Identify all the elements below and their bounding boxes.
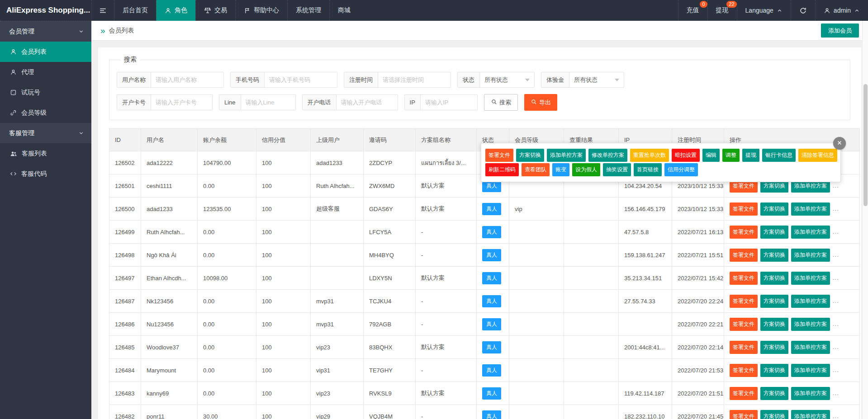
row-action-button[interactable]: 签署文件 <box>730 249 758 262</box>
row-action-button[interactable]: 方案切换 <box>760 249 788 262</box>
popup-action-button[interactable]: 暗扣设置 <box>672 149 700 162</box>
row-action-button[interactable]: 签署文件 <box>730 295 758 308</box>
sidebar-item-trial-account[interactable]: 试玩号 <box>0 82 91 103</box>
vertical-scrollbar[interactable] <box>862 21 868 419</box>
topbar-menu-help[interactable]: 帮助中心 <box>235 0 287 21</box>
search-row1-select-4[interactable]: 所有状态 <box>569 72 624 87</box>
row-action-button[interactable]: 添加单控方案 <box>791 272 830 285</box>
more-actions-button[interactable]: ... <box>833 413 839 419</box>
language-dropdown[interactable]: Language <box>737 0 791 21</box>
row-action-button[interactable]: 签署文件 <box>730 410 758 419</box>
popup-action-button[interactable]: 设为假人 <box>572 163 600 176</box>
more-actions-button[interactable]: ... <box>833 367 839 373</box>
export-button[interactable]: 导出 <box>524 94 557 111</box>
row-action-button[interactable]: 方案切换 <box>760 202 788 216</box>
row-action-button[interactable]: 方案切换 <box>760 318 788 331</box>
status-badge[interactable]: 真人 <box>482 364 501 377</box>
row-action-button[interactable]: 签署文件 <box>730 387 758 400</box>
popup-action-button[interactable]: 信用分调整 <box>664 163 698 176</box>
refresh-button[interactable] <box>791 0 815 21</box>
row-action-button[interactable]: 方案切换 <box>760 226 788 239</box>
topbar-menu-system[interactable]: 系统管理 <box>287 0 329 21</box>
search-row1-input-1[interactable] <box>265 72 337 87</box>
row-action-button[interactable]: 方案切换 <box>760 410 788 419</box>
topbar-menu-mall[interactable]: 商城 <box>329 0 359 21</box>
row-action-button[interactable]: 方案切换 <box>760 341 788 354</box>
popup-close-button[interactable] <box>833 137 846 150</box>
status-badge[interactable]: 真人 <box>482 387 501 400</box>
popup-action-button[interactable]: 添加单控方案 <box>547 149 586 162</box>
status-badge[interactable]: 真人 <box>482 410 501 419</box>
topbar-menu-trade[interactable]: 交易 <box>195 0 235 21</box>
sidebar-item-service-list[interactable]: 客服列表 <box>0 143 91 164</box>
row-action-button[interactable]: 添加单控方案 <box>791 226 830 239</box>
popup-action-button[interactable]: 调整 <box>722 149 740 162</box>
popup-action-button[interactable]: 修改单控方案 <box>588 149 627 162</box>
row-action-button[interactable]: 签署文件 <box>730 341 758 354</box>
search-row2-input-0[interactable] <box>151 95 212 110</box>
more-actions-button[interactable]: ... <box>833 390 839 396</box>
status-badge[interactable]: 真人 <box>482 203 501 215</box>
popup-action-button[interactable]: 刷新二维码 <box>485 163 519 176</box>
more-actions-button[interactable]: ... <box>833 205 839 212</box>
popup-action-button[interactable]: 账变 <box>552 163 569 176</box>
row-action-button[interactable]: 签署文件 <box>730 364 758 377</box>
popup-action-button[interactable]: 方案切换 <box>516 149 544 162</box>
scrollbar-thumb[interactable] <box>863 84 868 206</box>
row-action-button[interactable]: 方案切换 <box>760 387 788 400</box>
search-row2-input-2[interactable] <box>337 95 398 110</box>
sidebar-group-0[interactable]: 会员管理 <box>0 21 91 42</box>
status-badge[interactable]: 真人 <box>482 295 501 307</box>
search-row2-input-1[interactable] <box>241 95 295 110</box>
popup-action-button[interactable]: 提现 <box>742 149 759 162</box>
search-row1-input-2[interactable] <box>378 72 451 87</box>
more-actions-button[interactable]: ... <box>833 251 839 258</box>
more-actions-button[interactable]: ... <box>833 182 839 189</box>
row-action-button[interactable]: 签署文件 <box>730 202 758 216</box>
row-action-button[interactable]: 签署文件 <box>730 318 758 331</box>
withdraw-menu-item[interactable]: 提现 22 <box>707 0 737 21</box>
topbar-menu-role[interactable]: 角色 <box>156 0 195 21</box>
row-action-button[interactable]: 添加单控方案 <box>791 202 830 216</box>
row-action-button[interactable]: 添加单控方案 <box>791 341 830 354</box>
status-badge[interactable]: 真人 <box>482 318 501 330</box>
search-row1-input-0[interactable] <box>151 72 223 87</box>
more-actions-button[interactable]: ... <box>833 320 839 327</box>
search-row1-select-3[interactable]: 所有状态 <box>480 72 534 87</box>
sidebar-item-service-code[interactable]: 客服代码 <box>0 164 91 184</box>
popup-action-button[interactable]: 签署文件 <box>485 149 513 162</box>
more-actions-button[interactable]: ... <box>833 228 839 235</box>
row-action-button[interactable]: 添加单控方案 <box>791 387 830 400</box>
row-action-button[interactable]: 方案切换 <box>760 295 788 308</box>
row-action-button[interactable]: 添加单控方案 <box>791 295 830 308</box>
sidebar-toggle-button[interactable] <box>91 0 114 21</box>
popup-action-button[interactable]: 清除签署信息 <box>798 149 837 162</box>
status-badge[interactable]: 真人 <box>482 226 501 238</box>
user-dropdown[interactable]: admin <box>815 0 868 21</box>
sidebar-item-agent[interactable]: 代理 <box>0 62 91 82</box>
topbar-menu-home[interactable]: 后台首页 <box>114 0 156 21</box>
search-row2-input-3[interactable] <box>421 95 477 110</box>
popup-action-button[interactable]: 首页链接 <box>634 163 662 176</box>
sidebar-item-member-list[interactable]: 会员列表 <box>0 42 91 62</box>
row-action-button[interactable]: 签署文件 <box>730 226 758 239</box>
status-badge[interactable]: 真人 <box>482 272 501 284</box>
popup-action-button[interactable]: 重置抢单次数 <box>630 149 669 162</box>
row-action-button[interactable]: 添加单控方案 <box>791 410 830 419</box>
popup-action-button[interactable]: 银行卡信息 <box>762 149 796 162</box>
more-actions-button[interactable]: ... <box>833 274 839 281</box>
row-action-button[interactable]: 添加单控方案 <box>791 318 830 331</box>
add-member-button[interactable]: 添加会员 <box>821 24 859 38</box>
popup-action-button[interactable]: 编辑 <box>702 149 720 162</box>
popup-action-button[interactable]: 查看团队 <box>522 163 550 176</box>
popup-action-button[interactable]: 抽奖设置 <box>603 163 631 176</box>
status-badge[interactable]: 真人 <box>482 249 501 261</box>
status-badge[interactable]: 真人 <box>482 341 501 353</box>
sidebar-item-member-level[interactable]: 会员等级 <box>0 103 91 123</box>
more-actions-button[interactable]: ... <box>833 297 839 304</box>
search-button[interactable]: 搜索 <box>484 94 518 111</box>
sidebar-group-1[interactable]: 客服管理 <box>0 123 91 143</box>
row-action-button[interactable]: 添加单控方案 <box>791 364 830 377</box>
row-action-button[interactable]: 方案切换 <box>760 364 788 377</box>
recharge-menu-item[interactable]: 充值 0 <box>678 0 707 21</box>
